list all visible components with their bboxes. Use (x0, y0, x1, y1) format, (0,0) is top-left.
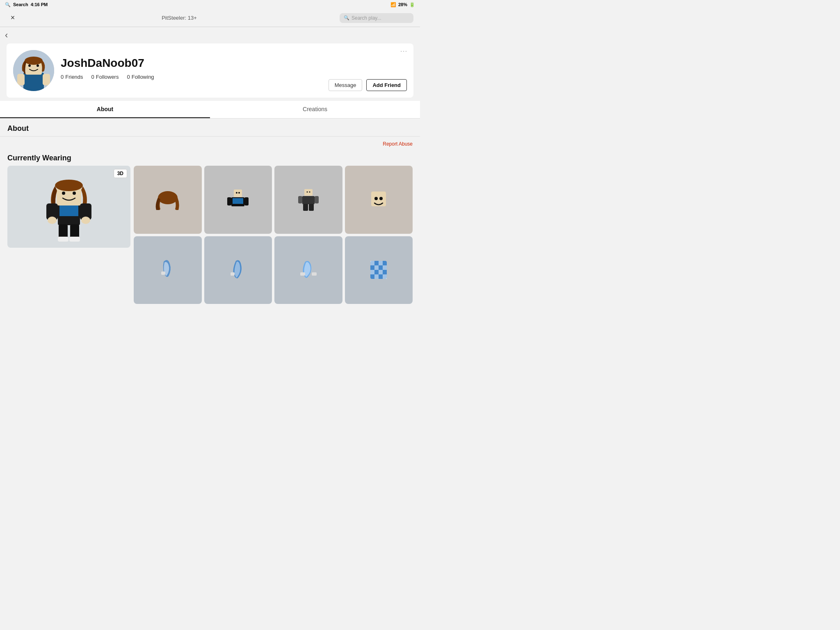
svg-rect-29 (244, 197, 249, 205)
add-friend-button[interactable]: Add Friend (366, 79, 407, 91)
svg-rect-46 (370, 261, 374, 265)
item-acc1[interactable] (134, 236, 202, 304)
svg-rect-53 (383, 274, 387, 279)
item-acc4[interactable] (345, 236, 413, 304)
svg-point-11 (62, 192, 65, 195)
wifi-icon: 📶 (390, 2, 396, 7)
svg-rect-28 (227, 197, 231, 205)
profile-actions: Message Add Friend (329, 79, 407, 91)
about-header: About (0, 119, 420, 136)
svg-point-16 (48, 217, 57, 224)
status-right: 📶 28% 🔋 (390, 2, 415, 7)
svg-rect-48 (374, 265, 379, 270)
following-count: 0 (127, 74, 130, 80)
friends-label: Friends (65, 74, 83, 80)
friends-count: 0 (61, 74, 64, 80)
svg-point-17 (81, 217, 90, 224)
items-grid (134, 166, 413, 304)
item-acc3[interactable] (274, 236, 342, 304)
svg-point-4 (37, 64, 39, 67)
svg-rect-33 (302, 196, 315, 204)
battery-icon: 🔋 (409, 2, 415, 7)
avatar-svg (13, 50, 54, 91)
about-section-title: About (7, 124, 29, 133)
svg-rect-7 (43, 74, 50, 85)
svg-rect-1 (23, 73, 44, 91)
message-button[interactable]: Message (329, 79, 363, 91)
search-placeholder: Search play... (352, 15, 381, 21)
content-area: About Report Abuse Currently Wearing (0, 119, 420, 307)
following-label: Following (132, 74, 154, 80)
followers-count: 0 (91, 74, 94, 80)
profile-username: JoshDaNoob07 (61, 57, 407, 70)
tab-about[interactable]: About (0, 101, 210, 118)
svg-point-39 (374, 197, 378, 200)
item-acc2[interactable] (204, 236, 272, 304)
status-search-label: Search (13, 2, 28, 7)
svg-rect-23 (234, 189, 242, 197)
search-icon: 🔍 (5, 2, 11, 7)
item-pants[interactable] (274, 166, 342, 234)
svg-rect-47 (379, 261, 383, 265)
svg-point-22 (158, 191, 178, 204)
acc1-svg (155, 258, 180, 282)
svg-rect-42 (231, 272, 235, 276)
search-icon: 🔍 (344, 15, 349, 21)
svg-point-40 (379, 197, 383, 200)
shirt-item-svg (226, 187, 250, 212)
item-hair[interactable] (134, 166, 202, 234)
tab-creations[interactable]: Creations (210, 101, 420, 118)
battery-level: 28% (398, 2, 407, 7)
tabs: About Creations (0, 101, 420, 119)
back-bar: ‹ (0, 27, 420, 43)
back-button[interactable]: ‹ (5, 30, 8, 41)
svg-rect-20 (58, 237, 68, 242)
svg-rect-51 (379, 270, 383, 274)
svg-point-25 (238, 192, 240, 194)
currently-wearing-title: Currently Wearing (0, 151, 420, 166)
following-stat: 0 Following (127, 74, 154, 80)
svg-rect-37 (309, 204, 314, 211)
status-bar: 🔍 Search 4:16 PM 📶 28% 🔋 (0, 0, 420, 9)
acc4-svg (366, 258, 391, 282)
character-preview-svg (42, 172, 96, 242)
svg-rect-34 (298, 196, 302, 203)
svg-rect-38 (371, 192, 386, 206)
status-left: 🔍 Search 4:16 PM (5, 2, 48, 7)
svg-rect-30 (304, 189, 313, 196)
nav-bar: × PitSteeler: 13+ 🔍 Search play... (0, 9, 420, 27)
svg-rect-21 (69, 237, 80, 242)
item-shirt[interactable] (204, 166, 272, 234)
svg-point-13 (55, 180, 83, 191)
svg-rect-52 (374, 274, 379, 279)
item-face[interactable] (345, 166, 413, 234)
nav-title: PitSteeler: 13+ (162, 15, 197, 21)
svg-point-5 (25, 57, 43, 65)
svg-point-12 (73, 192, 76, 195)
hair-item-svg (155, 189, 180, 210)
face-item-svg (366, 187, 391, 212)
svg-rect-44 (312, 272, 317, 276)
svg-rect-50 (370, 270, 374, 274)
acc3-svg (296, 258, 321, 282)
search-bar[interactable]: 🔍 Search play... (340, 13, 413, 23)
wearing-grid: 3D (0, 166, 420, 307)
svg-rect-43 (300, 272, 305, 276)
svg-rect-35 (315, 196, 319, 203)
pants-item-svg (296, 187, 321, 212)
svg-rect-6 (17, 74, 25, 85)
svg-point-3 (28, 64, 31, 67)
close-button[interactable]: × (7, 12, 19, 24)
report-abuse-button[interactable]: Report Abuse (383, 141, 413, 147)
friends-stat: 0 Friends (61, 74, 83, 80)
svg-rect-49 (383, 265, 387, 270)
followers-label: Followers (96, 74, 119, 80)
profile-card: ··· JoshDaNoob07 (7, 43, 413, 98)
report-abuse-row: Report Abuse (0, 137, 420, 151)
more-options-button[interactable]: ··· (400, 48, 408, 54)
svg-point-24 (236, 192, 237, 194)
followers-stat: 0 Followers (91, 74, 119, 80)
svg-point-32 (309, 191, 310, 192)
3d-button[interactable]: 3D (114, 169, 127, 178)
svg-rect-36 (303, 204, 308, 211)
